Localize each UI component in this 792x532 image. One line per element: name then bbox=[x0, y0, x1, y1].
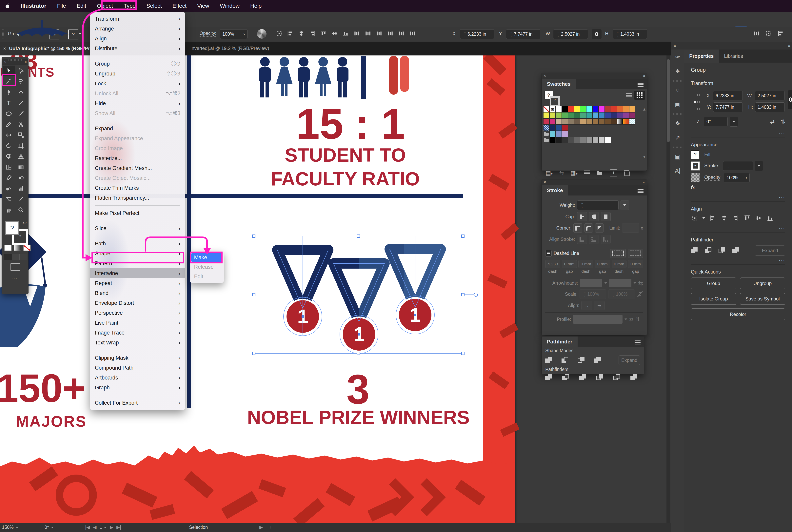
swatch[interactable] bbox=[611, 118, 617, 125]
profile-field[interactable] bbox=[573, 315, 622, 324]
shape-mode-exclude-icon[interactable] bbox=[594, 357, 602, 364]
tools-close-icon[interactable]: × bbox=[4, 59, 6, 64]
layers-panel-icon[interactable]: ❖ bbox=[671, 116, 684, 130]
blend-tool[interactable] bbox=[15, 172, 27, 183]
magic-wand-tool[interactable] bbox=[3, 76, 15, 87]
link-dimensions-icon[interactable] bbox=[592, 29, 601, 39]
fill-proxy-swatch[interactable]: ? bbox=[5, 221, 19, 235]
transparency-panel-icon[interactable]: ◌ bbox=[671, 83, 684, 97]
align-right-icon[interactable] bbox=[732, 214, 739, 222]
artboards-panel-icon[interactable]: ▣ bbox=[671, 97, 684, 111]
menu-item-collect-for-export[interactable]: Collect For Export› bbox=[90, 398, 185, 408]
cb-align-left-icon[interactable] bbox=[286, 30, 294, 37]
pathfinder-merge-icon[interactable] bbox=[579, 374, 587, 381]
align-top-icon[interactable] bbox=[743, 214, 751, 222]
tools-collapse-icon[interactable]: « bbox=[24, 59, 26, 64]
draw-inside-mode-button[interactable] bbox=[20, 254, 27, 260]
align-more-icon[interactable]: ... bbox=[691, 224, 785, 230]
props-opacity-label[interactable]: Opacity bbox=[704, 174, 720, 181]
tab-libraries[interactable]: Libraries bbox=[719, 50, 748, 62]
swatch[interactable] bbox=[568, 106, 574, 112]
swatch[interactable] bbox=[574, 137, 580, 143]
none-button[interactable] bbox=[23, 245, 31, 251]
tab2-title[interactable]: nverted].ai @ 19.2 % (RGB/Preview) bbox=[192, 45, 269, 51]
swatch[interactable] bbox=[617, 112, 623, 118]
w-field[interactable]: ⌃⌄2.5027 in bbox=[553, 29, 588, 39]
swatch-pattern-check[interactable] bbox=[629, 118, 635, 125]
menu-item-envelope-distort[interactable]: Envelope Distort› bbox=[90, 298, 185, 308]
menu-item-repeat[interactable]: Repeat› bbox=[90, 278, 185, 288]
document-tab-active[interactable]: × UofA Infographic* @ 150 % (RGB/Pr bbox=[0, 42, 103, 55]
swatch[interactable] bbox=[611, 106, 617, 112]
pathfinder-crop-icon[interactable] bbox=[596, 374, 604, 381]
line-segment-tool[interactable] bbox=[15, 98, 27, 108]
dash-preserve-icon[interactable] bbox=[610, 249, 626, 258]
swatch[interactable] bbox=[593, 118, 599, 125]
swatch[interactable] bbox=[593, 137, 599, 143]
menu-item-transform[interactable]: Transform› bbox=[90, 14, 185, 24]
cb-distribute-left-icon[interactable] bbox=[353, 30, 361, 37]
menu-item-text-wrap[interactable]: Text Wrap› bbox=[90, 338, 185, 348]
swatch[interactable] bbox=[623, 106, 629, 112]
props-opacity-field[interactable]: 100%› bbox=[724, 173, 750, 183]
swatch[interactable] bbox=[562, 118, 568, 125]
menu-item-perspective[interactable]: Perspective› bbox=[90, 308, 185, 318]
shape-mode-intersect-icon[interactable] bbox=[578, 357, 586, 364]
dashed-line-checkbox[interactable] bbox=[545, 250, 552, 256]
cap-projecting-icon[interactable] bbox=[601, 212, 611, 221]
corner-bevel-icon[interactable] bbox=[595, 223, 604, 232]
links-panel-icon[interactable]: ▣ bbox=[671, 149, 684, 164]
props-x-field[interactable]: 6.2233 in bbox=[713, 91, 743, 100]
zoom-level-control[interactable]: 150% bbox=[2, 525, 18, 530]
flip-horizontal-icon[interactable]: ⇄ bbox=[770, 118, 775, 125]
swatch[interactable] bbox=[605, 112, 611, 118]
swatch[interactable] bbox=[586, 106, 593, 112]
type-tool[interactable]: T bbox=[3, 98, 15, 108]
cap-butt-icon[interactable] bbox=[577, 212, 587, 221]
menu-item-ungroup[interactable]: Ungroup⇧⌘G bbox=[90, 69, 185, 79]
menu-item-intertwine[interactable]: Intertwine› bbox=[90, 268, 185, 278]
draw-normal-mode-button[interactable] bbox=[4, 254, 12, 260]
menubar-item-window[interactable]: Window bbox=[214, 0, 245, 12]
swatch[interactable] bbox=[549, 131, 556, 137]
swatch[interactable] bbox=[599, 118, 605, 125]
menu-item-align[interactable]: Align› bbox=[90, 34, 185, 43]
menu-item-arrange[interactable]: Arrange› bbox=[90, 24, 185, 34]
align-stroke-center-icon[interactable] bbox=[577, 235, 587, 244]
menu-item-lock[interactable]: Lock› bbox=[90, 79, 185, 89]
perspective-grid-tool[interactable] bbox=[15, 151, 27, 162]
props-stroke-swatch[interactable]: ? bbox=[691, 162, 699, 170]
menu-item-pattern[interactable]: Pattern› bbox=[90, 259, 185, 268]
scissors-tool[interactable] bbox=[15, 119, 27, 130]
direct-selection-tool[interactable] bbox=[15, 65, 27, 76]
mesh-tool[interactable] bbox=[3, 162, 15, 172]
swatch[interactable] bbox=[574, 112, 580, 118]
stroke-menu-icon[interactable] bbox=[638, 188, 643, 194]
flip-along-icon[interactable]: ⇄ bbox=[629, 316, 634, 322]
cb-distribute-right-icon[interactable] bbox=[375, 30, 383, 37]
swatch[interactable] bbox=[556, 106, 562, 112]
status-scroll-left-icon[interactable]: ‹ bbox=[270, 525, 271, 530]
swatch[interactable] bbox=[599, 112, 605, 118]
swatch[interactable] bbox=[568, 118, 574, 125]
swatch[interactable] bbox=[623, 112, 629, 118]
props-opacity-swatch[interactable] bbox=[691, 173, 699, 182]
submenu-item-make[interactable]: Make bbox=[191, 253, 222, 262]
isolate-group-button[interactable]: Isolate Group bbox=[691, 293, 736, 305]
swatch-registration[interactable]: ⊕ bbox=[549, 106, 556, 112]
rotate-tool[interactable] bbox=[3, 140, 15, 151]
swatch[interactable] bbox=[543, 118, 549, 125]
props-h-field[interactable]: 1.4033 in bbox=[755, 102, 785, 112]
swatch[interactable] bbox=[556, 125, 562, 131]
menu-item-group[interactable]: Group⌘G bbox=[90, 59, 185, 69]
free-transform-tool[interactable] bbox=[15, 130, 27, 140]
list-view-icon[interactable] bbox=[624, 91, 634, 100]
swatch[interactable] bbox=[574, 118, 580, 125]
color-button[interactable] bbox=[4, 245, 12, 251]
swatch[interactable] bbox=[586, 137, 593, 143]
recolor-button[interactable]: Recolor bbox=[691, 308, 785, 320]
hand-tool[interactable] bbox=[3, 205, 15, 215]
dash-field-gap-3[interactable]: 0 mm bbox=[595, 260, 610, 268]
swatch[interactable] bbox=[562, 131, 568, 137]
pathfinder-more-icon[interactable]: ... bbox=[691, 256, 785, 262]
